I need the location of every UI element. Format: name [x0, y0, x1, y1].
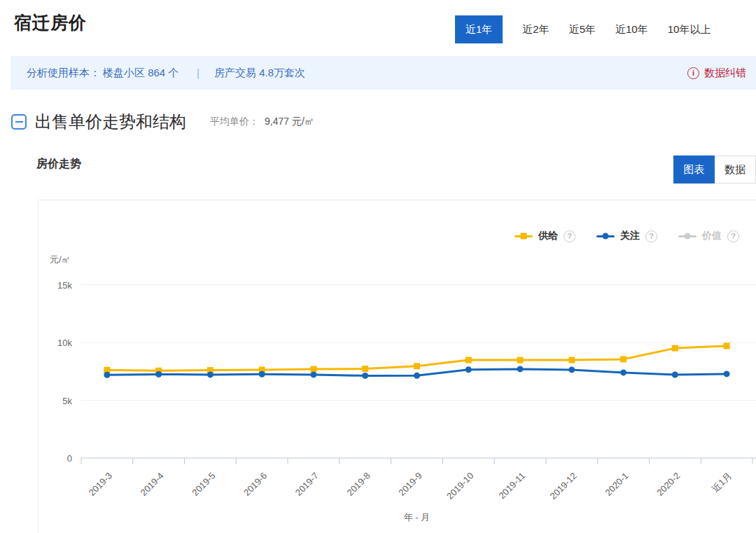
page-title: 宿迁房价: [14, 11, 87, 34]
question-circle-icon[interactable]: [727, 230, 739, 242]
svg-text:2019-11: 2019-11: [496, 471, 527, 501]
time-range-tabs: 近1年近2年近5年近10年10年以上: [455, 15, 710, 43]
legend-circle-marker-icon: [596, 233, 615, 240]
time-tab-5[interactable]: 10年以上: [668, 23, 711, 36]
divider: ｜: [192, 67, 203, 80]
data-correction-label: 数据纠错: [704, 67, 746, 80]
svg-text:5k: 5k: [62, 396, 72, 406]
svg-text:15k: 15k: [57, 280, 72, 291]
legend-item-3[interactable]: 价值: [678, 230, 739, 242]
sample-info-text: 分析使用样本： 楼盘小区 864 个 ｜ 房产交易 4.8万套次: [27, 67, 308, 80]
average-price-label: 平均单价：: [210, 116, 259, 128]
view-tab-1[interactable]: 图表: [673, 155, 715, 184]
svg-text:2019-10: 2019-10: [444, 471, 475, 501]
chart-data-toggle: 图表数据: [673, 155, 756, 184]
data-point[interactable]: [568, 366, 575, 373]
section-header: 出售单价走势和结构 平均单价： 9,477 元/㎡: [11, 111, 314, 133]
svg-text:10k: 10k: [57, 338, 72, 348]
data-point[interactable]: [311, 366, 317, 373]
svg-text:近1月: 近1月: [710, 471, 734, 494]
section-title: 出售单价走势和结构: [35, 111, 186, 133]
svg-text:2019-4: 2019-4: [139, 471, 166, 498]
data-point[interactable]: [724, 342, 730, 349]
data-point[interactable]: [311, 371, 317, 378]
legend-label: 关注: [620, 230, 640, 242]
svg-text:2019-12: 2019-12: [548, 471, 579, 501]
average-price-value: 9,477 元/㎡: [265, 116, 314, 128]
data-point[interactable]: [620, 356, 626, 362]
data-point[interactable]: [672, 345, 678, 352]
data-point[interactable]: [672, 372, 678, 378]
chart-legend: 供给关注价值: [514, 230, 739, 242]
svg-text:2019-5: 2019-5: [190, 471, 217, 498]
price-trend-chart[interactable]: 05k10k15k元/㎡2019-32019-42019-52019-62019…: [38, 200, 756, 533]
data-point[interactable]: [465, 357, 472, 364]
data-point[interactable]: [259, 371, 265, 378]
svg-text:2019-8: 2019-8: [345, 471, 372, 498]
data-point[interactable]: [568, 357, 575, 364]
legend-item-2[interactable]: 关注: [596, 230, 657, 242]
data-point[interactable]: [104, 372, 110, 378]
question-circle-icon[interactable]: [564, 230, 575, 242]
y-axis-unit: 元/㎡: [50, 254, 71, 265]
svg-text:2019-3: 2019-3: [87, 471, 114, 498]
trend-title: 房价走势: [36, 157, 81, 172]
data-point[interactable]: [465, 366, 472, 373]
minus-square-icon[interactable]: [11, 114, 27, 130]
data-point[interactable]: [517, 366, 524, 372]
data-point[interactable]: [155, 371, 162, 378]
sample-label: 分析使用样本：: [27, 67, 100, 80]
time-tab-4[interactable]: 近10年: [615, 23, 648, 36]
legend-circle-marker-icon: [678, 233, 696, 240]
data-point[interactable]: [620, 369, 626, 375]
legend-item-1[interactable]: 供给: [514, 230, 575, 242]
question-circle-icon[interactable]: [645, 230, 657, 242]
page: 宿迁房价 近1年近2年近5年近10年10年以上 分析使用样本： 楼盘小区 864…: [0, 0, 756, 533]
legend-label: 供给: [538, 230, 558, 242]
svg-text:0: 0: [67, 453, 72, 464]
average-price: 平均单价： 9,477 元/㎡: [210, 116, 314, 128]
sample-communities: 楼盘小区 864 个: [103, 67, 178, 80]
x-axis-title: 年 - 月: [404, 512, 430, 522]
svg-text:2019-6: 2019-6: [241, 471, 269, 498]
sample-info-bar: 分析使用样本： 楼盘小区 864 个 ｜ 房产交易 4.8万套次 数据纠错: [10, 56, 756, 90]
time-tab-3[interactable]: 近5年: [569, 23, 596, 36]
data-point[interactable]: [362, 373, 368, 379]
svg-text:2019-7: 2019-7: [293, 471, 321, 498]
data-point[interactable]: [362, 366, 368, 372]
data-point[interactable]: [724, 371, 730, 377]
data-point[interactable]: [207, 371, 214, 378]
legend-label: 价值: [702, 230, 722, 242]
svg-text:2019-9: 2019-9: [396, 471, 424, 498]
time-tab-1[interactable]: 近1年: [455, 15, 503, 43]
trend-chart-svg[interactable]: 05k10k15k元/㎡2019-32019-42019-52019-62019…: [38, 200, 756, 533]
sample-transactions: 房产交易 4.8万套次: [214, 67, 305, 80]
view-tab-2[interactable]: 数据: [715, 155, 756, 184]
svg-text:2020-2: 2020-2: [654, 471, 682, 498]
data-point[interactable]: [414, 363, 420, 369]
legend-square-marker-icon: [514, 233, 533, 240]
data-correction-link[interactable]: 数据纠错: [687, 67, 746, 80]
data-point[interactable]: [517, 357, 524, 364]
data-point[interactable]: [414, 373, 420, 379]
time-tab-2[interactable]: 近2年: [522, 23, 549, 36]
info-circle-icon: [687, 67, 699, 79]
svg-text:2020-1: 2020-1: [603, 471, 630, 498]
